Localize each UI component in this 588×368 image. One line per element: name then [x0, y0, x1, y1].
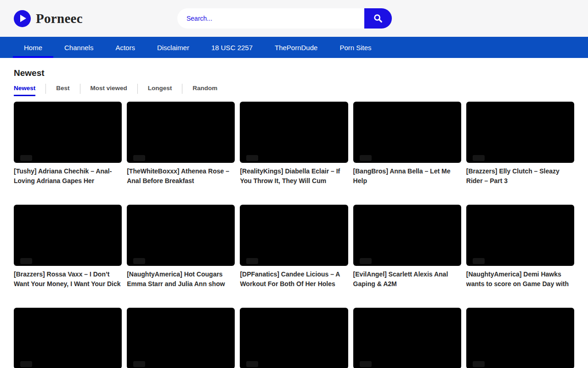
video-card: [Brazzers] Elly Clutch – Sleazy Rider – … — [466, 102, 574, 186]
video-title[interactable]: [NaughtyAmerica] Demi Hawks wants to sco… — [466, 270, 574, 289]
search-form — [177, 8, 392, 29]
video-thumbnail[interactable] — [127, 205, 235, 266]
video-title[interactable]: [BangBros] Anna Bella – Let Me Help — [353, 167, 461, 186]
tab-newest[interactable]: Newest — [14, 85, 35, 96]
nav-item-channels[interactable]: Channels — [53, 37, 104, 58]
video-thumbnail[interactable] — [14, 205, 122, 266]
tab-divider — [137, 84, 138, 94]
tab-divider — [80, 84, 80, 94]
tab-longest[interactable]: Longest — [148, 85, 172, 96]
video-thumbnail[interactable] — [466, 205, 574, 266]
nav-item-label: Porn Sites — [339, 44, 371, 52]
video-title[interactable]: [Tushy] Adriana Chechik – Anal-Loving Ad… — [14, 167, 122, 186]
video-title[interactable]: [EvilAngel] Scarlett Alexis Anal Gaping … — [353, 270, 461, 289]
video-title[interactable]: [TheWhiteBoxxx] Athenea Rose – Anal Befo… — [127, 167, 235, 186]
search-input[interactable] — [177, 8, 364, 29]
video-card: [NaughtyAmerica] Demi Hawks wants to sco… — [466, 205, 574, 289]
video-card — [127, 308, 235, 368]
video-thumbnail[interactable] — [14, 308, 122, 368]
main-content: Newest NewestBestMost viewedLongestRando… — [0, 68, 588, 368]
video-card: [NaughtyAmerica] Hot Cougars Emma Starr … — [127, 205, 235, 289]
video-thumbnail[interactable] — [240, 102, 348, 163]
video-title[interactable]: [DPFanatics] Candee Licious – A Workout … — [240, 270, 348, 289]
nav-item-label: Actors — [115, 44, 135, 52]
nav-item-disclaimer[interactable]: Disclaimer — [146, 37, 200, 58]
video-thumbnail[interactable] — [14, 102, 122, 163]
search-button[interactable] — [364, 8, 392, 29]
site-logo-text: Porneec — [36, 11, 83, 26]
duration-badge — [360, 258, 372, 264]
video-title[interactable]: [RealityKings] Diabella Eclair – If You … — [240, 167, 348, 186]
nav-item-label: Disclaimer — [157, 44, 189, 52]
duration-badge — [246, 258, 258, 264]
duration-badge — [360, 361, 372, 367]
tab-divider — [182, 84, 182, 94]
nav-item-label: ThePornDude — [275, 44, 317, 52]
video-title[interactable]: [Brazzers] Elly Clutch – Sleazy Rider – … — [466, 167, 574, 186]
duration-badge — [473, 258, 485, 264]
site-logo[interactable]: Porneec — [14, 10, 83, 27]
video-card: [Brazzers] Rossa Vaxx – I Don’t Want You… — [14, 205, 122, 289]
video-card: [DPFanatics] Candee Licious – A Workout … — [240, 205, 348, 289]
video-thumbnail[interactable] — [127, 102, 235, 163]
video-card — [14, 308, 122, 368]
video-grid: [Tushy] Adriana Chechik – Anal-Loving Ad… — [14, 102, 574, 368]
nav-item-label: Channels — [64, 44, 93, 52]
tab-best[interactable]: Best — [56, 85, 69, 96]
video-card: [EvilAngel] Scarlett Alexis Anal Gaping … — [353, 205, 461, 289]
video-card: [RealityKings] Diabella Eclair – If You … — [240, 102, 348, 186]
duration-badge — [246, 155, 258, 161]
video-thumbnail[interactable] — [353, 205, 461, 266]
nav-item-actors[interactable]: Actors — [104, 37, 146, 58]
tab-random[interactable]: Random — [192, 85, 217, 96]
duration-badge — [246, 361, 258, 367]
nav-item-label: 18 USC 2257 — [211, 44, 253, 52]
video-card: [TheWhiteBoxxx] Athenea Rose – Anal Befo… — [127, 102, 235, 186]
video-card: [BangBros] Anna Bella – Let Me Help — [353, 102, 461, 186]
video-card: [Tushy] Adriana Chechik – Anal-Loving Ad… — [14, 102, 122, 186]
video-thumbnail[interactable] — [240, 308, 348, 368]
duration-badge — [20, 258, 32, 264]
duration-badge — [360, 155, 372, 161]
video-title[interactable]: [NaughtyAmerica] Hot Cougars Emma Starr … — [127, 270, 235, 289]
video-thumbnail[interactable] — [466, 102, 574, 163]
duration-badge — [133, 155, 145, 161]
duration-badge — [473, 361, 485, 367]
duration-badge — [473, 155, 485, 161]
video-thumbnail[interactable] — [353, 102, 461, 163]
main-nav: Home Channels Actors Disclaimer 18 USC 2… — [0, 37, 588, 58]
tab-most-viewed[interactable]: Most viewed — [90, 85, 127, 96]
nav-item-home[interactable]: Home — [13, 37, 53, 58]
video-thumbnail[interactable] — [466, 308, 574, 368]
video-thumbnail[interactable] — [127, 308, 235, 368]
duration-badge — [20, 155, 32, 161]
duration-badge — [133, 361, 145, 367]
video-title[interactable]: [Brazzers] Rossa Vaxx – I Don’t Want You… — [14, 270, 122, 289]
sort-tabs: NewestBestMost viewedLongestRandom — [14, 85, 574, 96]
duration-badge — [20, 361, 32, 367]
site-header: Porneec — [0, 0, 588, 37]
duration-badge — [133, 258, 145, 264]
play-icon — [14, 10, 31, 27]
video-card — [353, 308, 461, 368]
nav-item-porn-sites[interactable]: Porn Sites — [328, 37, 382, 58]
search-icon — [373, 13, 383, 23]
nav-item-label: Home — [24, 44, 42, 52]
video-card — [240, 308, 348, 368]
tab-divider — [45, 84, 46, 94]
nav-item-18-usc-2257[interactable]: 18 USC 2257 — [200, 37, 264, 58]
video-thumbnail[interactable] — [353, 308, 461, 368]
video-thumbnail[interactable] — [240, 205, 348, 266]
page-title: Newest — [14, 68, 574, 78]
nav-item-theporndude[interactable]: ThePornDude — [264, 37, 328, 58]
video-card — [466, 308, 574, 368]
